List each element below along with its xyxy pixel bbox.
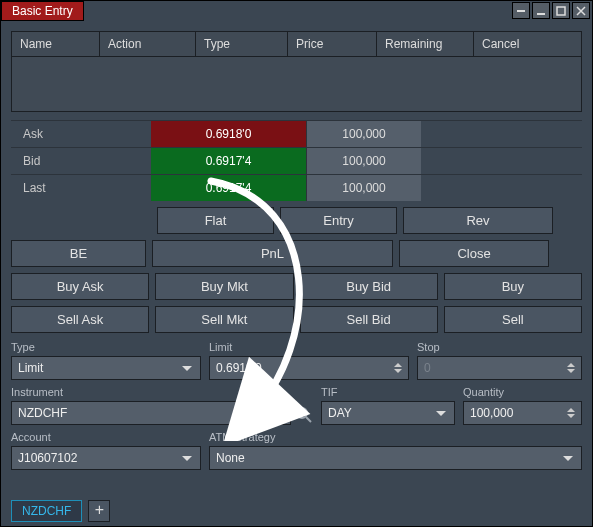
minimize-button[interactable] xyxy=(532,2,550,19)
be-button[interactable]: BE xyxy=(11,240,146,267)
close-position-button[interactable]: Close xyxy=(399,240,549,267)
svg-point-3 xyxy=(297,408,307,418)
sell-bid-button[interactable]: Sell Bid xyxy=(300,306,438,333)
entry-button[interactable]: Entry xyxy=(280,207,397,234)
instrument-input[interactable]: NZDCHF xyxy=(11,401,291,425)
limit-label: Limit xyxy=(209,341,409,353)
svg-rect-1 xyxy=(537,13,545,15)
stop-label: Stop xyxy=(417,341,582,353)
sell-ask-button[interactable]: Sell Ask xyxy=(11,306,149,333)
svg-rect-2 xyxy=(557,7,565,15)
type-select[interactable]: Limit xyxy=(11,356,201,380)
col-name[interactable]: Name xyxy=(12,32,100,56)
bid-size[interactable]: 100,000 xyxy=(306,148,421,174)
instrument-tab[interactable]: NZDCHF xyxy=(11,500,82,522)
tif-label: TIF xyxy=(321,386,455,398)
buy-button[interactable]: Buy xyxy=(444,273,582,300)
title-bar: Basic Entry xyxy=(1,1,592,21)
orders-grid-body xyxy=(12,57,581,111)
price-row-last: Last 0.6917'4 100,000 xyxy=(11,174,582,201)
buy-ask-button[interactable]: Buy Ask xyxy=(11,273,149,300)
quantity-input[interactable]: 100,000 xyxy=(463,401,582,425)
price-label: Ask xyxy=(11,121,151,147)
price-label: Bid xyxy=(11,148,151,174)
search-icon[interactable] xyxy=(295,406,313,424)
limit-input[interactable]: 0.6918'0 xyxy=(209,356,409,380)
last-price[interactable]: 0.6917'4 xyxy=(151,175,306,201)
bid-price[interactable]: 0.6917'4 xyxy=(151,148,306,174)
type-label: Type xyxy=(11,341,201,353)
price-label: Last xyxy=(11,175,151,201)
col-remaining[interactable]: Remaining xyxy=(377,32,474,56)
window-title: Basic Entry xyxy=(1,1,84,21)
instrument-label: Instrument xyxy=(11,386,291,398)
last-size[interactable]: 100,000 xyxy=(306,175,421,201)
svg-line-4 xyxy=(306,417,311,422)
price-row-ask: Ask 0.6918'0 100,000 xyxy=(11,120,582,147)
pnl-button[interactable]: PnL xyxy=(152,240,393,267)
col-type[interactable]: Type xyxy=(196,32,288,56)
tif-select[interactable]: DAY xyxy=(321,401,455,425)
buy-mkt-button[interactable]: Buy Mkt xyxy=(155,273,293,300)
sell-mkt-button[interactable]: Sell Mkt xyxy=(155,306,293,333)
sell-button[interactable]: Sell xyxy=(444,306,582,333)
rev-button[interactable]: Rev xyxy=(403,207,553,234)
svg-rect-0 xyxy=(517,10,525,12)
atm-label: ATM Strategy xyxy=(209,431,582,443)
price-row-bid: Bid 0.6917'4 100,000 xyxy=(11,147,582,174)
quantity-label: Quantity xyxy=(463,386,582,398)
flat-button[interactable]: Flat xyxy=(157,207,274,234)
atm-select[interactable]: None xyxy=(209,446,582,470)
close-button[interactable] xyxy=(572,2,590,19)
unpin-button[interactable] xyxy=(512,2,530,19)
maximize-button[interactable] xyxy=(552,2,570,19)
col-action[interactable]: Action xyxy=(100,32,196,56)
ask-price[interactable]: 0.6918'0 xyxy=(151,121,306,147)
stop-input: 0 xyxy=(417,356,582,380)
add-tab-button[interactable]: + xyxy=(88,500,110,522)
ask-size[interactable]: 100,000 xyxy=(306,121,421,147)
account-label: Account xyxy=(11,431,201,443)
buy-bid-button[interactable]: Buy Bid xyxy=(300,273,438,300)
col-price[interactable]: Price xyxy=(288,32,377,56)
account-select[interactable]: J10607102 xyxy=(11,446,201,470)
orders-grid: Name Action Type Price Remaining Cancel xyxy=(11,31,582,112)
col-cancel[interactable]: Cancel xyxy=(474,32,581,56)
